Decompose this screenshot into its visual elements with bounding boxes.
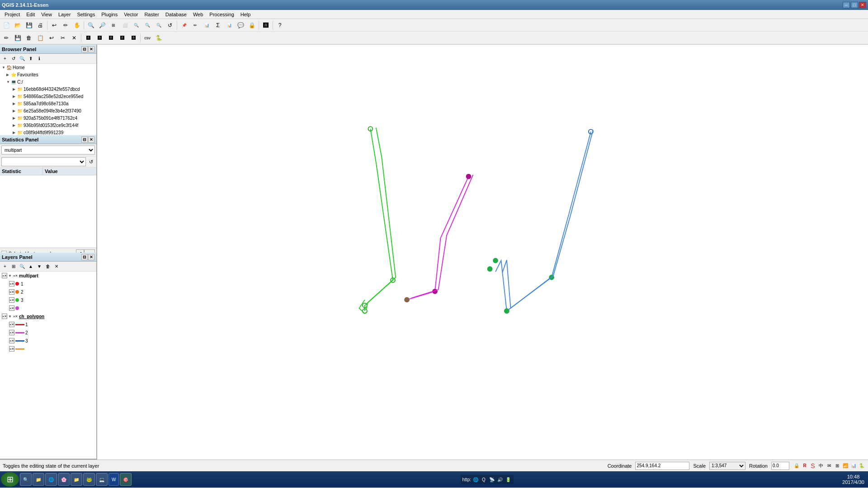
browser-close-button[interactable]: ✕ <box>88 46 94 52</box>
layer-chpoly-4[interactable]: × <box>0 345 96 353</box>
tree-folder-5[interactable]: ▶ 📁 920a575b091e4f871762c4 <box>0 114 96 122</box>
stats-float-button[interactable]: ⊟ <box>81 136 88 143</box>
layers-panel-controls[interactable]: ⊟ ✕ <box>81 254 94 260</box>
taskbar-app2[interactable]: 🌸 <box>58 473 70 486</box>
tool-delete-selected[interactable]: 🗑 <box>24 33 34 43</box>
tool-save[interactable]: 💾 <box>24 20 34 30</box>
tool-undo[interactable]: ↩ <box>49 20 60 30</box>
layers-manage-btn[interactable]: ⊞ <box>9 263 18 271</box>
layer-cp2-check[interactable]: × <box>9 330 14 335</box>
layer-multipart-3[interactable]: × 3 <box>0 296 96 304</box>
close-button[interactable]: ✕ <box>859 2 866 8</box>
menu-help[interactable]: Help <box>238 11 254 18</box>
taskbar-terminal[interactable]: 💻 <box>96 473 108 486</box>
browser-float-button[interactable]: ⊟ <box>81 46 88 52</box>
layers-remove-btn[interactable]: 🗑 <box>44 263 52 271</box>
tree-folder-1[interactable]: ▶ 📁 16ebb68d443242fe557dbcd <box>0 85 96 93</box>
browser-refresh-btn[interactable]: ↺ <box>9 55 18 63</box>
tool-tip[interactable]: 💬 <box>235 20 246 30</box>
tool-label[interactable]: 🅰 <box>260 20 271 30</box>
tool-cut[interactable]: ✂ <box>57 33 68 43</box>
layer-chpoly-1[interactable]: × 1 <box>0 320 96 328</box>
browser-panel-controls[interactable]: ⊟ ✕ <box>81 46 94 52</box>
layer-cp1-check[interactable]: × <box>9 322 14 327</box>
menu-view[interactable]: View <box>38 11 55 18</box>
tool-open-table[interactable]: 📊 <box>224 20 235 30</box>
tree-home[interactable]: ▼ 🏠 Home <box>0 64 96 71</box>
tree-folder-7[interactable]: ▶ 📁 c08f9d4ffd9f991239 <box>0 129 96 135</box>
taskbar-qgis[interactable]: 🎯 <box>120 473 132 486</box>
tool-statistics[interactable]: Σ <box>212 20 223 30</box>
layer-chpoly-3[interactable]: × 3 <box>0 337 96 345</box>
tool-lock[interactable]: 🔒 <box>246 20 257 30</box>
tree-folder-6[interactable]: ▶ 📁 936b95fd0153f2ce9c3f144f <box>0 122 96 129</box>
tool-identify[interactable]: 📌 <box>179 20 189 30</box>
rotation-input[interactable] <box>771 462 789 470</box>
menu-raster[interactable]: Raster <box>142 11 161 18</box>
taskbar-explorer[interactable]: 📁 <box>33 473 44 486</box>
tool-python[interactable]: 🐍 <box>153 33 164 43</box>
tool-open[interactable]: 📂 <box>12 20 23 30</box>
tree-folder-4[interactable]: ▶ 📁 6e25a58e094fe3b4e2f37490 <box>0 107 96 114</box>
layer-m2-check[interactable]: × <box>9 289 14 295</box>
menu-project[interactable]: Project <box>2 11 23 18</box>
layer-multipart-1[interactable]: × 1 <box>0 280 96 288</box>
stats-refresh-button[interactable]: ↺ <box>87 158 95 166</box>
layers-close-btn2[interactable]: ✕ <box>52 263 61 271</box>
tool-move[interactable]: 📋 <box>35 33 46 43</box>
layer-multipart-arrow[interactable]: ▼ <box>8 274 13 278</box>
browser-add-btn[interactable]: + <box>1 55 9 63</box>
layer-multipart-vis[interactable]: × <box>13 273 18 278</box>
stats-close-button[interactable]: ✕ <box>88 136 94 143</box>
tool-label-a2[interactable]: 🅰 <box>94 33 105 43</box>
layers-filter-btn[interactable]: 🔍 <box>18 263 26 271</box>
tool-edit[interactable]: ✏ <box>60 20 71 30</box>
tool-x[interactable]: ✕ <box>69 33 80 43</box>
taskbar-chrome[interactable]: 🌐 <box>45 473 57 486</box>
tool-pan[interactable]: ✋ <box>71 20 82 30</box>
tree-folder-2[interactable]: ▶ 📁 548866ac258e52d2ece955ed <box>0 93 96 100</box>
tool-deselect[interactable]: 📊 <box>201 20 212 30</box>
tool-zoom-layer[interactable]: ⬜ <box>119 20 130 30</box>
menu-web[interactable]: Web <box>190 11 206 18</box>
maximize-button[interactable]: □ <box>851 2 858 8</box>
menu-processing[interactable]: Processing <box>207 11 236 18</box>
tool-zoom-next[interactable]: 🔍 <box>153 20 164 30</box>
tray-battery[interactable]: 🔋 <box>505 476 512 483</box>
tool-digitize[interactable]: ✏ <box>1 33 12 43</box>
menu-database[interactable]: Database <box>163 11 189 18</box>
tool-zoom-full[interactable]: ⊞ <box>108 20 119 30</box>
taskbar-folder[interactable]: 📁 <box>71 473 82 486</box>
tool-label-a5[interactable]: 🅰 <box>128 33 139 43</box>
minimize-button[interactable]: ─ <box>843 2 850 8</box>
layer-m4-check[interactable]: × <box>9 305 14 311</box>
layer-multipart-4[interactable]: × <box>0 304 96 312</box>
tray-cast[interactable]: 📡 <box>488 476 495 483</box>
tool-zoom-in[interactable]: 🔍 <box>85 20 96 30</box>
tray-network[interactable]: 🌐 <box>472 476 479 483</box>
scale-select[interactable]: 1:3,547 <box>709 462 745 470</box>
tree-favourites[interactable]: ▶ ⭐ Favourites <box>0 71 96 78</box>
browser-collapse-btn[interactable]: ⬆ <box>27 55 35 63</box>
layers-add-btn[interactable]: + <box>1 263 9 271</box>
tool-new-project[interactable]: 📄 <box>1 20 12 30</box>
layer-chpoly-2[interactable]: × 2 <box>0 328 96 337</box>
tool-label-a3[interactable]: 🅰 <box>105 33 116 43</box>
tool-save-edits[interactable]: 💾 <box>12 33 23 43</box>
menu-layer[interactable]: Layer <box>56 11 74 18</box>
tool-zoom-out[interactable]: 🔎 <box>97 20 108 30</box>
tool-refresh[interactable]: ↺ <box>165 20 175 30</box>
stats-field-select[interactable] <box>1 157 86 166</box>
tool-csv[interactable]: csv <box>142 33 153 43</box>
tray-qgis[interactable]: Q <box>480 476 487 483</box>
layer-group-chpolygon[interactable]: × ▼ × ch_polygon <box>0 312 96 320</box>
tool-label-a1[interactable]: 🅰 <box>83 33 94 43</box>
tool-help[interactable]: ? <box>274 20 285 30</box>
taskbar-search[interactable]: 🔍 <box>20 473 32 486</box>
layers-float-button[interactable]: ⊟ <box>81 254 88 260</box>
layer-chpoly-vis[interactable]: × <box>13 314 18 319</box>
tool-node[interactable]: ↩ <box>46 33 57 43</box>
window-controls[interactable]: ─ □ ✕ <box>843 2 866 8</box>
tree-c-drive[interactable]: ▼ 💻 C:/ <box>0 78 96 85</box>
browser-info-btn[interactable]: ℹ <box>35 55 43 63</box>
